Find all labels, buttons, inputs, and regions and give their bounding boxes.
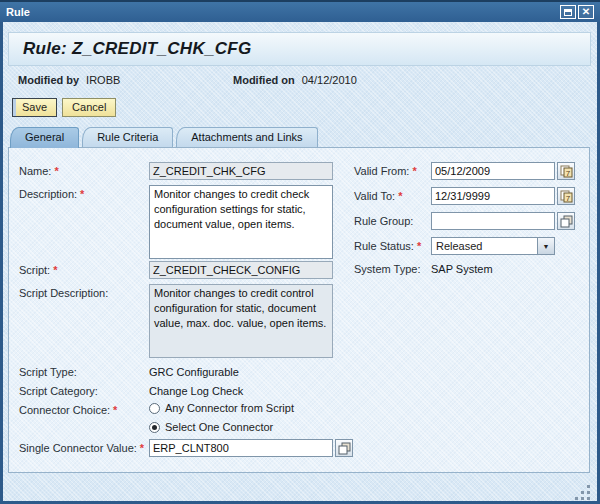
required-marker: *: [140, 442, 144, 454]
script-type-label: Script Type:: [19, 366, 77, 378]
page-title: Rule: Z_CREDIT_CHK_CFG: [23, 39, 252, 59]
connector-choice-label: Connector Choice:*: [19, 404, 117, 416]
svg-text:7: 7: [565, 168, 570, 177]
rule-group-label: Rule Group:: [354, 215, 413, 227]
close-icon: ✕: [582, 7, 590, 17]
cancel-button[interactable]: Cancel: [62, 98, 116, 117]
calendar-icon: 7: [560, 165, 573, 178]
script-field: [149, 261, 333, 279]
script-label: Script:*: [19, 264, 57, 276]
radio-select-one-connector[interactable]: Select One Connector: [149, 421, 273, 433]
tab-rule-criteria[interactable]: Rule Criteria: [82, 127, 173, 147]
resize-grip[interactable]: [570, 480, 592, 504]
valid-from-label: Valid From:*: [354, 165, 417, 177]
window-title: Rule: [6, 6, 30, 18]
rule-status-value: Released: [431, 237, 537, 255]
resize-grip-icon: [570, 480, 592, 502]
required-marker: *: [113, 404, 117, 416]
maximize-icon: [564, 9, 572, 16]
radio-button-icon[interactable]: [149, 422, 160, 433]
single-connector-value-field[interactable]: [149, 439, 333, 457]
rule-status-label: Rule Status:*: [354, 240, 421, 252]
system-type-label: System Type:: [354, 263, 420, 275]
valid-to-date-picker-button[interactable]: 7: [557, 187, 575, 205]
valid-to-field[interactable]: [431, 187, 555, 205]
rule-group-value-help-button[interactable]: [557, 212, 575, 230]
required-marker: *: [398, 190, 402, 202]
tab-strip: General Rule Criteria Attachments and Li…: [10, 127, 318, 148]
system-type-value: SAP System: [431, 263, 493, 275]
action-button-row: Save Cancel: [12, 98, 116, 117]
modified-on: Modified on04/12/2010: [233, 74, 357, 86]
required-marker: *: [80, 188, 84, 200]
modified-by-value: IROBB: [86, 74, 120, 86]
general-tab-panel: Name:* Description:* Monitor changes to …: [8, 147, 590, 473]
rule-status-select[interactable]: Released ▼: [431, 237, 555, 255]
modified-by-label: Modified by: [18, 74, 79, 86]
required-marker: *: [412, 165, 416, 177]
description-field[interactable]: Monitor changes to credit check configur…: [149, 185, 333, 259]
script-category-label: Script Category:: [19, 385, 98, 397]
calendar-icon: 7: [560, 190, 573, 203]
maximize-button[interactable]: [560, 5, 576, 19]
header-band: Rule: Z_CREDIT_CHK_CFG: [8, 32, 591, 66]
close-button[interactable]: ✕: [578, 5, 594, 19]
radio-any-connector-from-script[interactable]: Any Connector from Script: [149, 402, 294, 414]
rule-group-field[interactable]: [431, 212, 555, 230]
value-help-icon: [338, 442, 351, 455]
script-type-value: GRC Configurable: [149, 366, 239, 378]
name-label: Name:*: [19, 165, 59, 177]
tab-general[interactable]: General: [10, 127, 79, 148]
script-description-field: Monitor changes to credit control config…: [149, 284, 333, 358]
save-button[interactable]: Save: [12, 98, 57, 117]
tab-attachments-and-links[interactable]: Attachments and Links: [176, 127, 317, 147]
name-field: [149, 162, 333, 180]
valid-from-date-picker-button[interactable]: 7: [557, 162, 575, 180]
required-marker: *: [53, 264, 57, 276]
window-titlebar: Rule ✕: [0, 0, 600, 22]
svg-text:7: 7: [565, 193, 570, 202]
single-connector-value-help-button[interactable]: [335, 439, 353, 457]
required-marker: *: [54, 165, 58, 177]
radio-label: Select One Connector: [165, 421, 273, 433]
script-description-label: Script Description:: [19, 287, 108, 299]
radio-button-icon[interactable]: [149, 403, 160, 414]
modified-on-value: 04/12/2010: [302, 74, 357, 86]
valid-from-field[interactable]: [431, 162, 555, 180]
required-marker: *: [417, 240, 421, 252]
modified-on-label: Modified on: [233, 74, 295, 86]
single-connector-value-label: Single Connector Value:*: [19, 442, 144, 454]
script-category-value: Change Log Check: [149, 385, 243, 397]
chevron-down-icon[interactable]: ▼: [537, 237, 555, 255]
modified-by: Modified byIROBB: [18, 74, 120, 86]
radio-label: Any Connector from Script: [165, 402, 294, 414]
window-controls: ✕: [560, 5, 594, 19]
description-label: Description:*: [19, 188, 84, 200]
value-help-icon: [560, 215, 573, 228]
rule-dialog: Rule ✕ Rule: Z_CREDIT_CHK_CFG Modified b…: [0, 0, 600, 504]
valid-to-label: Valid To:*: [354, 190, 402, 202]
dialog-border-left: [0, 22, 3, 504]
